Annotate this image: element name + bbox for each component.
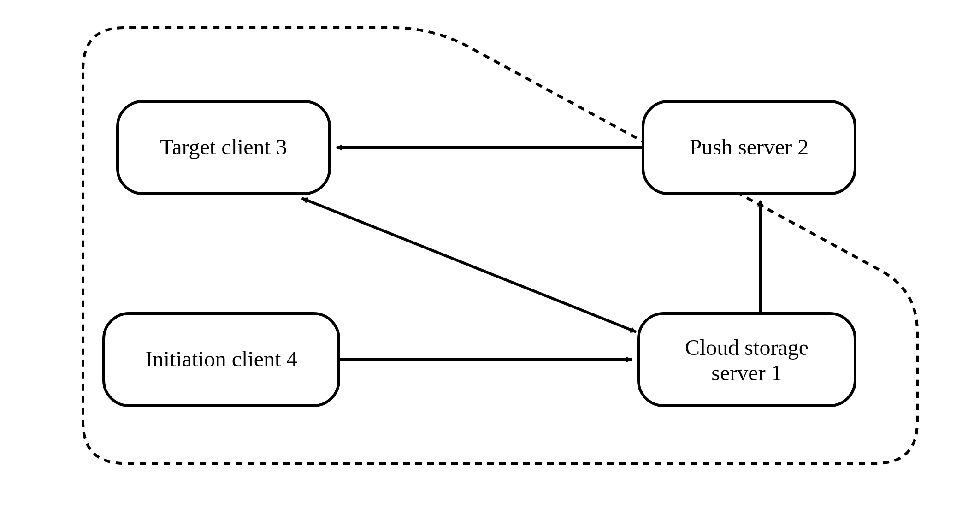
diagram-canvas: Target client 3 Push server 2 Initiation… [0,0,980,514]
label-cloud-storage-line2: server 1 [711,360,782,385]
arrow-target-cloud-bidirectional [302,198,636,332]
node-initiation-client: Initiation client 4 [104,313,339,406]
label-push-server: Push server 2 [690,135,809,159]
svg-rect-3 [638,313,855,406]
node-target-client: Target client 3 [118,101,330,194]
node-cloud-storage-server: Cloud storage server 1 [638,313,855,406]
label-initiation-client: Initiation client 4 [145,347,298,371]
label-target-client: Target client 3 [160,135,287,159]
label-cloud-storage-line1: Cloud storage [685,335,809,360]
node-push-server: Push server 2 [643,101,855,194]
diagram-svg: Target client 3 Push server 2 Initiation… [0,0,980,514]
